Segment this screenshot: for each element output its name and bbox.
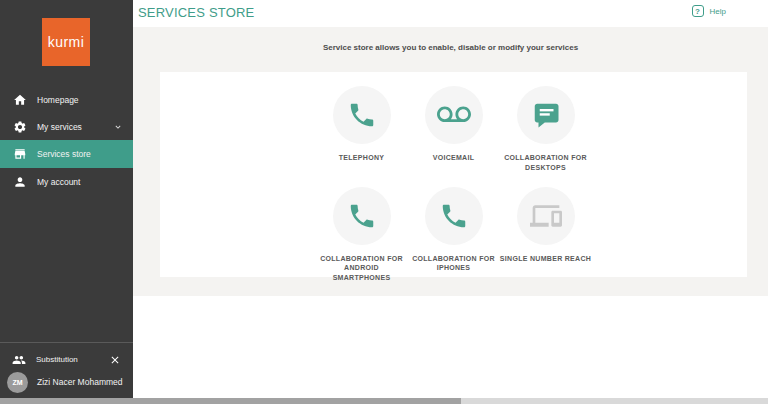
sidebar-nav: Homepage My services Services store — [0, 86, 133, 195]
services-grid: TELEPHONY VOICEMAIL — [160, 86, 747, 283]
service-tile-label: SINGLE NUMBER REACH — [500, 254, 592, 273]
service-tile-collaboration-iphones[interactable]: COLLABORATION FOR IPHONES — [408, 187, 500, 283]
kurmi-logo[interactable]: kurmi — [42, 18, 90, 66]
sidebar-item-my-services[interactable]: My services — [0, 113, 133, 140]
services-row-1: TELEPHONY VOICEMAIL — [316, 86, 592, 173]
sidebar-item-label: Homepage — [37, 95, 79, 105]
services-card: TELEPHONY VOICEMAIL — [160, 72, 747, 277]
help-icon: ? — [692, 5, 704, 17]
service-tile-label: TELEPHONY — [316, 153, 408, 172]
sidebar-item-label: My services — [37, 122, 82, 132]
service-icon-circle — [333, 187, 391, 245]
avatar: ZM — [7, 372, 28, 393]
devices-icon — [530, 200, 562, 232]
service-tile-label: VOICEMAIL — [408, 153, 500, 172]
service-icon-circle — [333, 86, 391, 144]
person-icon — [13, 175, 27, 189]
kurmi-logo-text: kurmi — [48, 34, 85, 50]
close-icon[interactable] — [109, 354, 121, 366]
substitution-label: Substitution — [36, 355, 109, 364]
content-lower-whitespace — [133, 296, 768, 404]
kurmi-app-window: kurmi Homepage My services — [0, 0, 768, 404]
help-label: Help — [710, 7, 726, 16]
phone-icon — [439, 201, 469, 231]
voicemail-icon — [437, 98, 471, 132]
service-tile-telephony[interactable]: TELEPHONY — [316, 86, 408, 173]
sidebar-item-homepage[interactable]: Homepage — [0, 86, 133, 113]
sidebar-divider — [0, 342, 133, 343]
service-icon-circle — [425, 86, 483, 144]
phone-icon — [347, 100, 377, 130]
service-icon-circle — [425, 187, 483, 245]
service-tile-label: COLLABORATION FOR IPHONES — [408, 254, 500, 274]
sidebar: kurmi Homepage My services — [0, 0, 133, 398]
gear-icon — [13, 120, 27, 134]
horizontal-scrollbar[interactable] — [0, 398, 768, 404]
phone-icon — [347, 201, 377, 231]
store-icon — [13, 147, 27, 161]
user-name: Zizi Nacer Mohammed — [37, 377, 123, 387]
service-tile-collaboration-desktops[interactable]: COLLABORATION FOR DESKTOPS — [500, 86, 592, 173]
service-tile-label: COLLABORATION FOR DESKTOPS — [500, 153, 592, 173]
service-icon-circle — [517, 86, 575, 144]
service-tile-single-number-reach[interactable]: SINGLE NUMBER REACH — [500, 187, 592, 283]
main-header: SERVICES STORE ? Help — [133, 0, 768, 27]
service-tile-collaboration-android[interactable]: COLLABORATION FOR ANDROID SMARTPHONES — [316, 187, 408, 283]
sidebar-item-label: Services store — [37, 149, 91, 159]
services-row-2: COLLABORATION FOR ANDROID SMARTPHONES CO… — [316, 187, 592, 283]
help-button[interactable]: ? Help — [692, 5, 726, 17]
service-tile-voicemail[interactable]: VOICEMAIL — [408, 86, 500, 173]
sidebar-item-label: My account — [37, 177, 80, 187]
chevron-down-icon — [113, 122, 123, 132]
sidebar-item-services-store[interactable]: Services store — [0, 140, 133, 168]
home-icon — [13, 93, 27, 107]
chat-icon — [531, 100, 561, 130]
service-icon-circle — [517, 187, 575, 245]
store-subtitle: Service store allows you to enable, disa… — [133, 43, 768, 52]
user-info[interactable]: ZM Zizi Nacer Mohammed — [0, 370, 133, 394]
content-area: Service store allows you to enable, disa… — [133, 27, 768, 296]
sidebar-item-my-account[interactable]: My account — [0, 168, 133, 195]
people-icon — [12, 353, 26, 367]
substitution-bar: Substitution — [0, 349, 133, 370]
horizontal-scrollbar-thumb[interactable] — [0, 398, 461, 404]
page-title: SERVICES STORE — [138, 5, 254, 20]
service-tile-label: COLLABORATION FOR ANDROID SMARTPHONES — [316, 254, 408, 283]
